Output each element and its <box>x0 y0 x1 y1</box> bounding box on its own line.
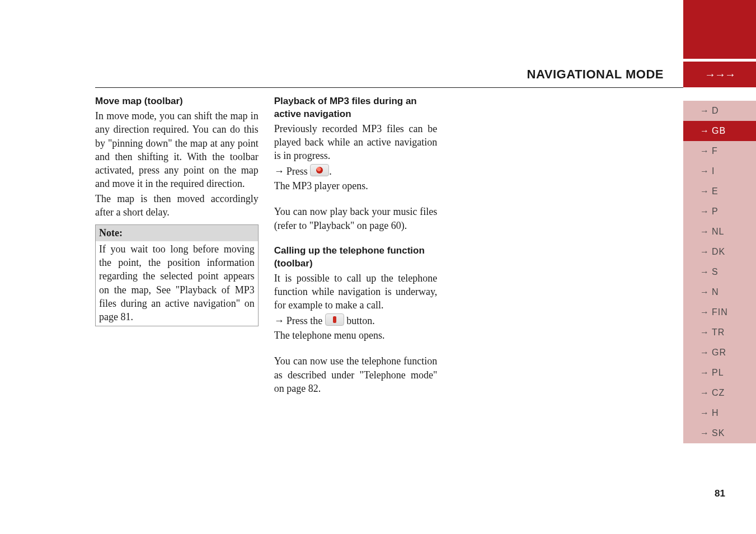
page-number: 81 <box>715 488 725 500</box>
button-suffix: button. <box>346 315 375 326</box>
arrow-icon <box>700 326 712 339</box>
arrow-icon <box>700 387 712 399</box>
lang-tab-n[interactable]: N <box>683 282 756 302</box>
arrow-icon <box>274 166 287 177</box>
spacer <box>274 233 438 245</box>
content: Move map (toolbar) In move mode, you can… <box>95 95 616 396</box>
lang-tab-s[interactable]: S <box>683 262 756 282</box>
lang-tab-d[interactable]: D <box>683 101 756 121</box>
lang-tab-i[interactable]: I <box>683 161 756 181</box>
lang-tab-fin[interactable]: FIN <box>683 302 756 322</box>
arrow-icon <box>700 427 712 439</box>
press-line: Press the button. <box>274 313 438 327</box>
arrow-icon <box>700 145 712 157</box>
column-left: Move map (toolbar) In move mode, you can… <box>95 95 259 396</box>
arrow-icon <box>700 286 712 298</box>
lang-label: DK <box>712 246 725 258</box>
page: NAVIGATIONAL MODE Move map (toolbar) In … <box>0 0 756 534</box>
paragraph: In move mode, you can shift the map in a… <box>95 109 259 191</box>
paragraph: The map is then moved accordingly after … <box>95 192 259 219</box>
disc-icon <box>310 164 329 176</box>
arrow-icon <box>700 226 712 238</box>
lang-tab-tr[interactable]: TR <box>683 322 756 343</box>
arrow-icon <box>700 306 712 318</box>
arrow-icon <box>700 125 712 137</box>
press-line: Press . <box>274 164 438 178</box>
lang-tab-f[interactable]: F <box>683 141 756 161</box>
header-rule <box>95 87 683 88</box>
lang-tab-gb[interactable]: GB <box>683 121 756 141</box>
lang-tab-e[interactable]: E <box>683 181 756 202</box>
column-right <box>453 95 616 396</box>
section-heading-move-map: Move map (toolbar) <box>95 95 259 108</box>
lang-tab-dk[interactable]: DK <box>683 242 756 262</box>
paragraph: You can now play back your music files (… <box>274 205 438 232</box>
lang-label: GB <box>712 125 726 137</box>
lang-label: N <box>712 286 719 298</box>
lang-tab-gr[interactable]: GR <box>683 343 756 363</box>
accent-top <box>683 0 756 59</box>
section-heading-telephone: Calling up the telephone function (toolb… <box>274 245 438 270</box>
arrow-icon <box>274 315 287 326</box>
spacer <box>274 194 438 205</box>
lang-label: H <box>712 407 719 419</box>
lang-tab-sk[interactable]: SK <box>683 423 756 443</box>
paragraph: It is possible to call up the telephone … <box>274 271 438 312</box>
arrow-icon <box>700 165 712 177</box>
header-arrows <box>683 62 756 87</box>
arrow-icon <box>700 367 712 379</box>
lang-label: E <box>712 185 719 198</box>
page-title: NAVIGATIONAL MODE <box>527 66 664 83</box>
arrow-icon <box>700 185 712 198</box>
lang-label: S <box>712 266 719 278</box>
lang-tab-pl[interactable]: PL <box>683 363 756 383</box>
column-middle: Playback of MP3 files during an active n… <box>274 95 438 396</box>
lang-tab-cz[interactable]: CZ <box>683 383 756 403</box>
lang-tab-nl[interactable]: NL <box>683 222 756 242</box>
lang-label: F <box>712 145 718 157</box>
lang-label: CZ <box>712 387 725 399</box>
press-label: Press <box>287 166 308 177</box>
lang-label: SK <box>712 427 725 439</box>
lang-label: NL <box>712 226 724 238</box>
lang-label: TR <box>712 326 725 339</box>
lang-label: FIN <box>712 306 728 318</box>
arrow-icon <box>700 105 712 117</box>
lang-label: P <box>712 205 719 218</box>
note-body: If you wait too long before moving the p… <box>95 241 259 327</box>
arrow-icon <box>700 205 712 218</box>
lang-tab-h[interactable]: H <box>683 403 756 423</box>
paragraph: You can now use the telephone function a… <box>274 354 438 395</box>
paragraph: The telephone menu opens. <box>274 329 438 342</box>
header-row: NAVIGATIONAL MODE <box>95 66 683 88</box>
lang-label: I <box>712 165 715 177</box>
lang-label: D <box>712 105 719 117</box>
triple-arrow-icon <box>705 67 735 82</box>
note-heading: Note: <box>95 224 259 241</box>
paragraph: The MP3 player opens. <box>274 179 438 193</box>
lang-label: GR <box>712 346 726 359</box>
arrow-icon <box>700 266 712 278</box>
lang-label: PL <box>712 367 724 379</box>
section-heading-mp3: Playback of MP3 files during an active n… <box>274 95 438 121</box>
arrow-icon <box>700 407 712 419</box>
period: . <box>329 166 332 177</box>
language-sidebar: DGBFIEPNLDKSNFINTRGRPLCZHSK <box>683 101 756 443</box>
lang-tab-p[interactable]: P <box>683 202 756 222</box>
spacer <box>274 343 438 354</box>
press-the-label: Press the <box>287 315 323 326</box>
arrow-icon <box>700 346 712 359</box>
arrow-icon <box>700 246 712 258</box>
phone-icon <box>325 313 344 326</box>
paragraph: Previously recorded MP3 files can be pla… <box>274 122 438 163</box>
